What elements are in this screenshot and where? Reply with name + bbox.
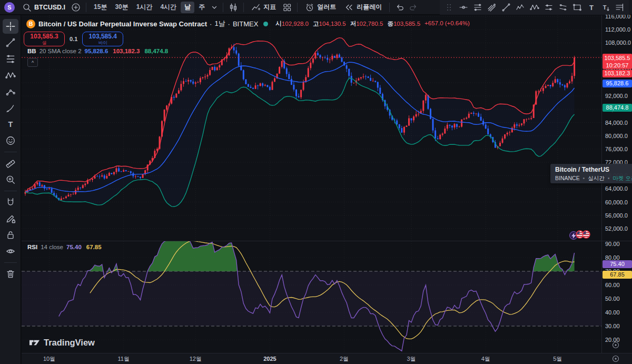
long-position-tool[interactable] — [613, 1, 627, 14]
svg-text:T: T — [8, 120, 13, 129]
time-axis[interactable]: 10월11월12월20252월3월4월5월 — [22, 353, 632, 364]
time-axis-label: 3월 — [407, 353, 416, 364]
interval-value[interactable]: 1날 — [214, 19, 225, 28]
tradingview-watermark[interactable]: TradingView — [29, 337, 95, 348]
price-axis-label: 76,000.0 — [605, 145, 628, 153]
pitchfork-tool[interactable] — [485, 1, 499, 14]
tradingview-app: S BTCUSD.I 15분30분1시간4시간날주 지표 얼러트 리플레이 — [0, 0, 632, 364]
text-tool[interactable]: T — [584, 1, 598, 14]
timeframe-button[interactable]: 1시간 — [133, 2, 156, 13]
bb-values: 95,828.6103,182.388,474.8 — [85, 48, 169, 54]
disjoint-channel-tool[interactable] — [556, 1, 570, 14]
timeframe-button[interactable]: 주 — [195, 2, 209, 13]
anchored-text-tool[interactable]: T — [598, 1, 613, 14]
price-axis-label: 108,000.0 — [605, 39, 631, 46]
timeframe-button[interactable]: 4시간 — [156, 2, 180, 13]
xabcd-pattern-tool[interactable] — [527, 1, 541, 14]
bb-lower-badge[interactable]: 88,474.8 — [603, 104, 632, 112]
draw-lock-tool[interactable] — [3, 211, 18, 226]
lock-all-tool[interactable] — [3, 228, 18, 242]
rectangle-tool[interactable] — [570, 1, 584, 14]
time-axis-label: 4월 — [481, 353, 490, 364]
price-axis-label: 84,000.0 — [605, 119, 628, 126]
chevron-down-icon[interactable] — [210, 1, 219, 14]
time-axis-settings-icon[interactable] — [610, 354, 621, 363]
replay-button[interactable]: 리플레이 — [341, 1, 386, 14]
compare-add-button[interactable] — [70, 1, 82, 14]
change-value: +657.0 (+0.64%) — [424, 20, 470, 28]
cross-line-tool[interactable] — [456, 1, 470, 14]
drag-handle[interactable] — [442, 1, 456, 14]
undo-button[interactable] — [393, 1, 406, 14]
buy-button[interactable]: 103,585.4 바이 — [82, 32, 123, 46]
user-avatar[interactable]: S — [4, 2, 15, 13]
rsi-axis-label: 90.00 — [605, 240, 620, 248]
price-axis[interactable]: 116,000.0112,000.0108,000.0104,000.0100,… — [601, 15, 632, 241]
rsi-pane[interactable] — [22, 241, 601, 353]
redo-button[interactable] — [407, 1, 420, 14]
indicators-button[interactable]: 지표 — [248, 1, 280, 14]
trend-line-tool[interactable] — [3, 35, 18, 50]
rsi-values: 75.4067.85 — [66, 244, 102, 250]
ruler-tool[interactable] — [3, 156, 18, 171]
timeframe-button[interactable]: 30분 — [111, 2, 132, 13]
time-axis-label: 2월 — [340, 353, 349, 364]
us-flag-icon[interactable] — [582, 230, 590, 241]
indicators-icon — [251, 1, 261, 14]
chart-style-button[interactable] — [227, 1, 240, 14]
bb-upper-badge[interactable]: 103,182.3 — [603, 70, 632, 77]
drawing-toolbar: T — [0, 15, 21, 364]
symbol-title: Bitcoin / US Dollar Perpetual Inverse Sw… — [38, 20, 207, 28]
timeframe-button[interactable]: 15분 — [90, 2, 111, 13]
time-axis-label: 11월 — [117, 353, 129, 364]
price-axis-label: 60,000.0 — [605, 199, 628, 206]
parallel-lines-tool[interactable] — [470, 1, 485, 14]
timeframe-group: 15분30분1시간4시간날주 — [90, 2, 209, 13]
elliott-wave-tool[interactable] — [513, 1, 527, 14]
rsi-axis-label: 40.00 — [605, 309, 620, 316]
collapse-indicators-button[interactable]: ^ — [27, 58, 38, 67]
rsi-ma-value-badge[interactable]: 67.85 — [603, 271, 632, 279]
trend-line-tool[interactable] — [499, 1, 513, 14]
toolbar-separator — [297, 3, 298, 12]
bb-basis-badge[interactable]: 95,828.6 — [603, 80, 632, 87]
rsi-axis[interactable]: 90.0080.0070.0060.0050.0040.0030.0020.00… — [601, 241, 632, 353]
magnet-tool[interactable] — [3, 195, 18, 210]
time-axis-label: 5월 — [553, 353, 562, 364]
price-axis-label: 92,000.0 — [605, 92, 628, 100]
symbol-search[interactable]: BTCUSD.I — [19, 1, 68, 14]
alert-button[interactable]: 얼러트 — [301, 1, 340, 14]
search-icon — [22, 1, 32, 14]
symbol-tooltip: Bitcoin / TetherUS BINANCE • 실시간 • 마켓 오픈 — [550, 164, 632, 183]
fib-retracement-tool[interactable] — [3, 52, 18, 66]
brush-tool[interactable] — [3, 101, 18, 115]
time-axis-label: 10월 — [43, 353, 55, 364]
trash-tool[interactable] — [3, 267, 18, 281]
crosshair-tool[interactable] — [3, 19, 18, 34]
pane-separator[interactable] — [22, 241, 632, 241]
rsi-axis-label: 50.00 — [605, 295, 620, 302]
symbol-header[interactable]: B Bitcoin / US Dollar Perpetual Inverse … — [26, 19, 470, 28]
indicator-templates-button[interactable] — [281, 1, 293, 14]
emoji-tool[interactable] — [3, 133, 18, 148]
chart-region: 116,000.0112,000.0108,000.0104,000.0100,… — [22, 15, 632, 364]
sell-button[interactable]: 103,585.3 셀 — [24, 32, 65, 46]
tooltip-title: Bitcoin / TetherUS — [555, 166, 627, 173]
hide-all-tool[interactable] — [3, 244, 18, 259]
toolbar-divider — [4, 191, 17, 191]
market-status-dot[interactable] — [263, 22, 268, 26]
flat-top-bottom-tool[interactable] — [541, 1, 556, 14]
toolbar-separator — [243, 3, 244, 12]
xabcd-pattern-tool[interactable] — [3, 68, 18, 83]
btc-logo-icon: B — [26, 19, 35, 28]
text-tool[interactable]: T — [3, 117, 18, 132]
forecast-tool[interactable] — [3, 84, 18, 99]
rsi-value-badge[interactable]: 75.40 — [603, 260, 632, 268]
last-price-badge[interactable]: 103,585.510:20:57 — [603, 54, 632, 69]
timeframe-button[interactable]: 날 — [181, 2, 194, 13]
rsi-legend[interactable]: RSI 14 close 75.4067.85 — [27, 244, 102, 250]
rsi-pane-settings-icon[interactable] — [610, 340, 621, 350]
bb-value: 103,182.3 — [113, 48, 140, 54]
bb-legend[interactable]: BB 20 SMA close 2 95,828.6103,182.388,47… — [27, 48, 168, 54]
zoom-in-tool[interactable] — [3, 172, 18, 187]
